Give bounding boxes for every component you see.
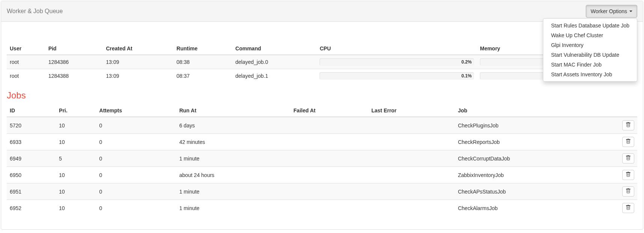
jobs-title: Jobs	[7, 90, 637, 101]
jobs-th-failed-at: Failed At	[291, 104, 368, 117]
workers-th-created-at: Created At	[103, 42, 173, 55]
job-cell-pri: 10	[56, 200, 96, 216]
worker-options-label: Worker Options	[591, 8, 627, 15]
job-cell-run-at: 42 minutes	[176, 134, 290, 150]
workers-th-pid: Pid	[45, 42, 103, 55]
workers-th-cpu: CPU	[317, 42, 477, 55]
jobs-th-run-at: Run At	[176, 104, 290, 117]
job-cell-run-at: 1 minute	[176, 150, 290, 167]
progress-bar: 0.1%	[320, 72, 474, 80]
delete-job-button[interactable]	[622, 153, 634, 163]
job-cell-failed-at	[291, 150, 368, 167]
job-cell-pri: 10	[56, 117, 96, 134]
job-row: 57201006 daysCheckPluginsJob	[7, 117, 637, 134]
job-cell-job: CheckAPsStatusJob	[455, 183, 616, 200]
workers-th-command: Command	[232, 42, 317, 55]
jobs-th-id: ID	[7, 104, 56, 117]
job-cell-actions	[616, 150, 637, 167]
job-cell-attempts: 0	[96, 150, 176, 167]
job-cell-actions	[616, 200, 637, 216]
job-cell-job: CheckReportsJob	[455, 134, 616, 150]
job-cell-actions	[616, 167, 637, 183]
trash-icon	[626, 139, 631, 145]
progress-label: 0.1%	[462, 72, 472, 80]
job-cell-run-at: about 24 hours	[176, 167, 290, 183]
worker-queue-panel: Worker & Job Queue Worker Options Start …	[1, 1, 643, 230]
delete-job-button[interactable]	[622, 186, 634, 197]
job-row: 6950100about 24 hoursZabbixInventoryJob	[7, 167, 637, 183]
caret-down-icon	[629, 11, 632, 12]
job-cell-attempts: 0	[96, 167, 176, 183]
job-cell-last-error	[368, 183, 455, 200]
worker-cell-command: delayed_job.0	[232, 55, 317, 69]
worker-options-item[interactable]: Start Assets Inventory Job	[543, 70, 637, 79]
trash-icon	[626, 188, 631, 195]
progress-bar: 0.2%	[320, 58, 474, 66]
worker-cell-user: root	[7, 55, 45, 69]
job-cell-failed-at	[291, 167, 368, 183]
worker-options-item[interactable]: Wake Up Chef Cluster	[543, 30, 637, 40]
worker-options-group: Worker Options Start Rules Database Upda…	[586, 5, 637, 18]
job-cell-pri: 10	[56, 167, 96, 183]
job-cell-last-error	[368, 200, 455, 216]
job-cell-last-error	[368, 134, 455, 150]
job-cell-run-at: 6 days	[176, 117, 290, 134]
job-row: 69521001 minuteCheckAlarmsJob	[7, 200, 637, 216]
delete-job-button[interactable]	[622, 203, 634, 213]
delete-job-button[interactable]	[622, 120, 634, 130]
job-cell-failed-at	[291, 200, 368, 216]
job-cell-last-error	[368, 167, 455, 183]
workers-th-runtime: Runtime	[173, 42, 232, 55]
worker-options-button[interactable]: Worker Options	[586, 5, 637, 18]
worker-options-item[interactable]: Start MAC Finder Job	[543, 60, 637, 70]
job-cell-attempts: 0	[96, 200, 176, 216]
workers-th-user: User	[7, 42, 45, 55]
panel-title: Worker & Job Queue	[7, 8, 63, 15]
panel-heading: Worker & Job Queue Worker Options Start …	[1, 1, 643, 22]
worker-cell-runtime: 08:38	[173, 55, 232, 69]
worker-options-item[interactable]: Start Vulnerability DB Update	[543, 50, 637, 60]
job-cell-actions	[616, 117, 637, 134]
jobs-table: ID Pri. Attempts Run At Failed At Last E…	[7, 104, 637, 216]
job-cell-failed-at	[291, 183, 368, 200]
jobs-th-actions	[616, 104, 637, 117]
worker-cell-pid: 1284386	[45, 55, 103, 69]
job-cell-pri: 10	[56, 134, 96, 150]
workers-table: User Pid Created At Runtime Command CPU …	[7, 42, 637, 83]
worker-options-menu: Start Rules Database Update JobWake Up C…	[543, 18, 637, 82]
job-cell-id: 5720	[7, 117, 56, 134]
job-cell-job: CheckAlarmsJob	[455, 200, 616, 216]
job-cell-id: 6950	[7, 167, 56, 183]
job-cell-job: ZabbixInventoryJob	[455, 167, 616, 183]
delete-job-button[interactable]	[622, 170, 634, 180]
delete-job-button[interactable]	[622, 137, 634, 147]
worker-cell-created-at: 13:09	[103, 69, 173, 83]
job-cell-id: 6933	[7, 134, 56, 150]
jobs-th-last-error: Last Error	[368, 104, 455, 117]
job-cell-job: CheckCorruptDataJob	[455, 150, 616, 167]
worker-cell-cpu: 0.1%	[317, 69, 477, 83]
jobs-th-job: Job	[455, 104, 616, 117]
trash-icon	[626, 172, 631, 178]
worker-row: root128438813:0908:37delayed_job.10.1%0.…	[7, 69, 637, 83]
jobs-th-pri: Pri.	[56, 104, 96, 117]
job-row: 6949501 minuteCheckCorruptDataJob	[7, 150, 637, 167]
jobs-th-attempts: Attempts	[96, 104, 176, 117]
trash-icon	[626, 205, 631, 211]
worker-cell-pid: 1284388	[45, 69, 103, 83]
job-cell-last-error	[368, 117, 455, 134]
trash-icon	[626, 155, 631, 162]
worker-cell-created-at: 13:09	[103, 55, 173, 69]
job-cell-attempts: 0	[96, 134, 176, 150]
progress-label: 0.2%	[462, 58, 472, 66]
job-row: 693310042 minutesCheckReportsJob	[7, 134, 637, 150]
job-cell-actions	[616, 134, 637, 150]
worker-options-item[interactable]: Glpi Inventory	[543, 40, 637, 50]
worker-options-item[interactable]: Start Rules Database Update Job	[543, 21, 637, 30]
job-cell-last-error	[368, 150, 455, 167]
worker-cell-cpu: 0.2%	[317, 55, 477, 69]
worker-cell-user: root	[7, 69, 45, 83]
trash-icon	[626, 122, 631, 129]
job-cell-attempts: 0	[96, 117, 176, 134]
progress-fill	[320, 58, 320, 66]
